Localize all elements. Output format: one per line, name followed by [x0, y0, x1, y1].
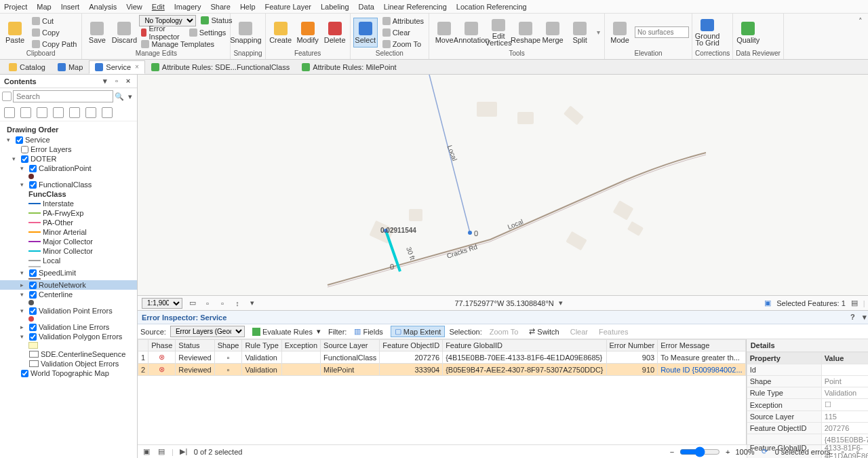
tab-attribute[interactable]: Attribute Rules: MilePoint	[296, 60, 403, 74]
list-source-icon[interactable]	[20, 107, 31, 118]
map-extent-button[interactable]: ▢Map Extent	[391, 326, 446, 337]
ei-features-button[interactable]: Features	[595, 326, 631, 337]
ribbon-collapse-icon[interactable]: ˄	[856, 16, 865, 26]
annotation-button[interactable]: Annotation	[459, 18, 484, 47]
scale-opt5-icon[interactable]: ▾	[248, 299, 257, 308]
ei-zoom-to-button[interactable]: Zoom To	[486, 326, 522, 337]
quality-button[interactable]: Quality	[736, 18, 760, 47]
error-table[interactable]: PhaseStatusShapeRule TypeExceptionSource…	[138, 339, 746, 444]
ei-first-icon[interactable]: ▣	[142, 447, 151, 457]
manage-templates-button[interactable]: Manage Templates	[139, 39, 227, 50]
contents-pin-icon[interactable]: ▫	[112, 76, 121, 85]
menu-map[interactable]: Map	[37, 3, 51, 11]
error-inspector-button[interactable]: Error Inspector	[139, 27, 184, 38]
ei-nav-icon[interactable]: ▶|	[179, 447, 189, 457]
tree-item[interactable]: PA-FrwyExp	[0, 208, 137, 218]
list-drawing-icon[interactable]	[4, 107, 15, 118]
contents-search-opt-icon[interactable]: ▾	[125, 92, 135, 101]
tree-item[interactable]	[0, 341, 137, 349]
tree-item[interactable]: ▾CalibrationPoint	[0, 164, 137, 173]
tree-item[interactable]: Interstate	[0, 199, 137, 208]
tree-item[interactable]: ▸Validation Line Errors	[0, 322, 137, 332]
tree-item[interactable]: Major Collector	[0, 237, 137, 246]
list-labeling-icon[interactable]	[85, 107, 96, 118]
menu-view[interactable]: View	[126, 3, 142, 11]
menu-project[interactable]: Project	[4, 3, 27, 11]
status-button[interactable]: Status	[199, 15, 234, 26]
contents-close-icon[interactable]: ×	[123, 76, 133, 85]
scale-dropdown[interactable]: 1:1,900	[142, 298, 182, 309]
ei-rows-icon[interactable]: ▤	[157, 447, 166, 457]
list-snapping-icon[interactable]	[69, 107, 80, 118]
error-row[interactable]: 1⊗Reviewed▫ValidationFunctionalClass2072…	[138, 351, 746, 364]
tab-map[interactable]: Map	[52, 60, 89, 74]
create-button[interactable]: Create	[269, 18, 293, 47]
tree-item[interactable]: Local	[0, 256, 137, 265]
menu-feature-layer[interactable]: Feature Layer	[265, 3, 311, 11]
paste-button[interactable]: Paste	[3, 18, 27, 47]
ei-zoom-slider[interactable]	[679, 446, 720, 457]
tab-catalog[interactable]: Catalog	[3, 60, 52, 74]
edit-settings-button[interactable]: Settings	[187, 27, 229, 38]
copy-button[interactable]: Copy	[30, 27, 79, 38]
ei-help-icon[interactable]: ?	[848, 312, 857, 322]
tab-attribute[interactable]: Attribute Rules: SDE...FunctionalClass	[145, 60, 296, 74]
tree-item[interactable]: ▸RouteNetwork	[0, 280, 137, 290]
tools-gallery-more[interactable]: ▾	[595, 28, 601, 36]
attributes-button[interactable]: Attributes	[380, 16, 426, 26]
menu-edit[interactable]: Edit	[152, 3, 165, 11]
clear-sel-button[interactable]: Clear	[380, 27, 426, 38]
discard-edits-button[interactable]: Discard	[112, 18, 136, 47]
ei-foot1-icon[interactable]: ▫	[838, 447, 848, 457]
contents-menu-icon[interactable]: ▾	[100, 77, 110, 86]
reshape-button[interactable]: Reshape	[513, 18, 538, 47]
select-button[interactable]: Select	[353, 18, 378, 47]
save-edits-button[interactable]: Save	[85, 18, 109, 47]
tree-item[interactable]: Minor Collector	[0, 246, 137, 256]
scale-opt2-icon[interactable]: ▫	[203, 299, 212, 308]
tree-item[interactable]: ▾Centerline	[0, 290, 137, 299]
sel-list-icon[interactable]: ▤	[850, 299, 859, 308]
tree-item[interactable]: World Topographic Map	[0, 368, 137, 378]
merge-button[interactable]: Merge	[540, 18, 565, 47]
menu-share[interactable]: Share	[211, 3, 231, 11]
scale-opt3-icon[interactable]: ▫	[218, 299, 227, 308]
ei-clear-button[interactable]: Clear	[567, 326, 591, 337]
delete-button[interactable]: Delete	[323, 18, 347, 47]
tree-item[interactable]: ▾Validation Point Errors	[0, 306, 137, 316]
menu-labeling[interactable]: Labeling	[321, 3, 349, 11]
split-button[interactable]: Split	[568, 18, 592, 47]
move-button[interactable]: Move	[432, 18, 456, 47]
edit-vertices-button[interactable]: Edit Vertices	[486, 18, 511, 47]
tree-item[interactable]: ▾DOTER	[0, 154, 137, 164]
menu-location-referencing[interactable]: Location Referencing	[456, 3, 527, 11]
tree-item[interactable]: Error Layers	[0, 145, 137, 154]
tree-item[interactable]	[0, 299, 137, 306]
contents-search-input[interactable]	[13, 90, 113, 102]
search-icon[interactable]: 🔍	[115, 92, 124, 101]
list-selection-icon[interactable]	[37, 107, 47, 118]
copy-path-button[interactable]: Copy Path	[30, 39, 79, 50]
tab-service[interactable]: Service×	[89, 60, 145, 74]
selected-layer-icon[interactable]: ▣	[763, 299, 772, 308]
tree-item[interactable]: ▾FunctionalClass	[0, 180, 137, 189]
ei-refresh-icon[interactable]: ⟳	[760, 447, 770, 457]
switch-button[interactable]: ⇄Switch	[526, 326, 562, 337]
tree-item[interactable]: SDE.CenterlineSequence	[0, 349, 137, 359]
evaluate-rules-button[interactable]: Evaluate Rules▾	[249, 326, 324, 337]
zoom-to-button[interactable]: Zoom To	[380, 39, 426, 50]
fields-button[interactable]: ▥Fields	[351, 326, 386, 337]
modify-button[interactable]: Modify	[296, 18, 320, 47]
cut-button[interactable]: Cut	[30, 16, 79, 26]
elevation-mode-button[interactable]: Mode	[608, 18, 632, 47]
tree-item[interactable]: ▾Validation Polygon Errors	[0, 332, 137, 341]
scale-opt4-icon[interactable]: ↕	[233, 299, 242, 308]
ei-foot2-icon[interactable]: ▫	[853, 447, 863, 457]
tab-close-icon[interactable]: ×	[135, 63, 139, 71]
menu-imagery[interactable]: Imagery	[174, 3, 201, 11]
menu-data[interactable]: Data	[359, 3, 374, 11]
elevation-surface-input[interactable]	[635, 26, 689, 38]
tree-item[interactable]: ▾SpeedLimit	[0, 268, 137, 278]
error-row[interactable]: 2⊗Reviewed▫ValidationMilePoint333904{B05…	[138, 364, 746, 376]
tree-item[interactable]: Validation Object Errors	[0, 359, 137, 368]
